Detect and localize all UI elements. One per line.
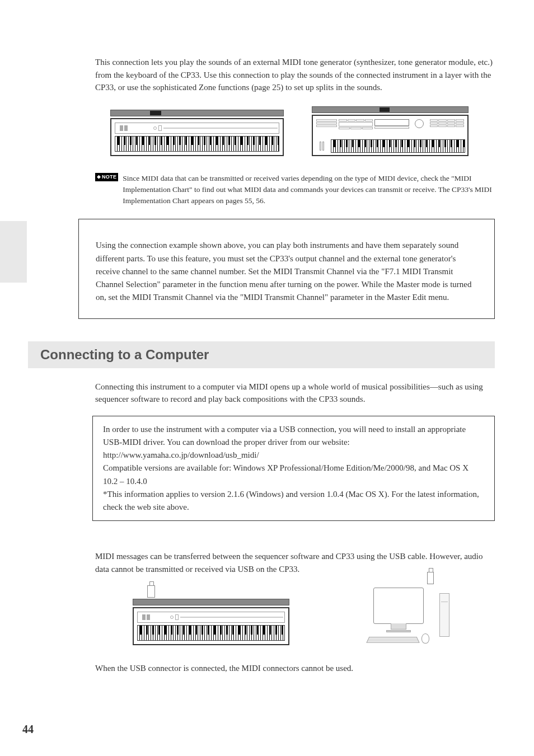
side-tab (0, 221, 27, 283)
mouse-icon (421, 633, 429, 644)
driver-url-text: http://www.yamaha.co.jp/download/usb_mid… (103, 449, 484, 462)
driver-compat-text: Compatible versions are available for: W… (103, 462, 484, 488)
computer-keyboard-icon (366, 637, 419, 643)
monitor-icon (373, 588, 424, 624)
section-title: Connecting to a Computer (40, 347, 483, 363)
driver-intro-text: In order to use the instrument with a co… (103, 423, 484, 449)
intro-paragraph: This connection lets you play the sounds… (95, 56, 495, 94)
page-number: 44 (22, 723, 34, 736)
usb-midi-note: When the USB connector is connected, the… (95, 662, 495, 675)
usb-midi-paragraph: MIDI messages can be transferred between… (95, 550, 495, 575)
diagram-computer (351, 588, 446, 644)
diagram-cp33 (110, 110, 284, 156)
diagram-external-synth (312, 106, 469, 156)
note-badge-icon: NOTE (95, 173, 118, 182)
driver-version-note: *This information applies to version 2.1… (103, 488, 484, 514)
computer-intro-paragraph: Connecting this instrument to a computer… (95, 381, 495, 406)
usb-connector-icon (427, 572, 434, 584)
box-text: Using the connection example shown above… (96, 239, 477, 304)
diagram-cp33-usb (133, 585, 289, 645)
usb-connector-icon (147, 585, 155, 598)
section-header: Connecting to a Computer (28, 341, 495, 368)
usb-connection-diagram (84, 585, 495, 645)
note-text: Since MIDI data that can be transmitted … (123, 173, 495, 207)
usb-driver-info-box: In order to use the instrument with a co… (92, 416, 495, 522)
note-block: NOTE Since MIDI data that can be transmi… (95, 173, 495, 207)
midi-channel-info-box: Using the connection example shown above… (78, 219, 495, 318)
midi-connection-diagram (84, 106, 495, 156)
computer-tower-icon (439, 593, 449, 637)
